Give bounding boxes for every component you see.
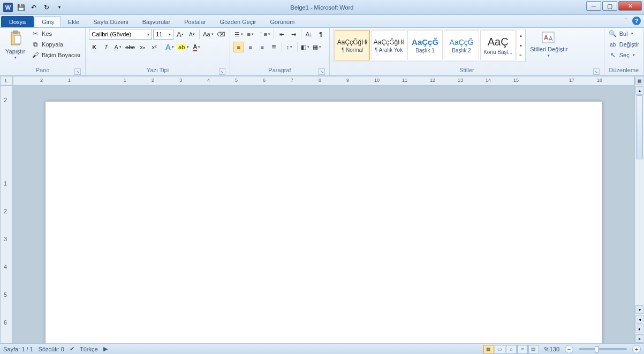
browse-object-button[interactable]: ● xyxy=(635,325,643,333)
replace-button[interactable]: abDeğiştir xyxy=(608,40,640,49)
indent-increase-button[interactable]: ⇥ xyxy=(288,29,299,40)
tab-insert[interactable]: Ekle xyxy=(61,16,86,27)
status-page[interactable]: Sayfa: 1 / 1 xyxy=(3,346,33,352)
change-case-button[interactable]: Aa xyxy=(202,29,214,40)
scissors-icon: ✂ xyxy=(31,29,40,38)
paste-button[interactable]: Yapıştır ▾ xyxy=(3,29,27,61)
view-draft[interactable]: ▤ xyxy=(528,345,539,353)
zoom-level[interactable]: %130 xyxy=(544,346,559,352)
maximize-button[interactable]: ▢ xyxy=(602,1,617,11)
numbering-button[interactable]: ≡ xyxy=(245,29,256,40)
scroll-up-button[interactable]: ▴ xyxy=(635,86,643,95)
clear-formatting-button[interactable]: ⌫ xyxy=(216,29,226,40)
tab-home[interactable]: Giriş xyxy=(35,16,61,27)
font-launcher[interactable]: ↘ xyxy=(219,68,225,75)
pilcrow-icon: ¶ xyxy=(319,31,322,37)
save-button[interactable]: 💾 xyxy=(15,2,27,13)
text-effects-button[interactable]: A xyxy=(164,42,175,52)
tab-references[interactable]: Başvurular xyxy=(135,16,178,27)
bullets-button[interactable]: ☰ xyxy=(233,29,244,40)
format-painter-button[interactable]: 🖌Biçim Boyacısı xyxy=(29,50,82,60)
style-item-0[interactable]: AaÇçĞğHł¶ Normal xyxy=(335,30,370,60)
horizontal-ruler[interactable]: 211234567891011121314151718 xyxy=(13,76,634,86)
align-right-button[interactable]: ≡ xyxy=(257,42,268,52)
status-macro-icon[interactable]: ▶ xyxy=(103,345,108,352)
align-center-button[interactable]: ≡ xyxy=(245,42,256,52)
font-size-combo[interactable]: 11▾ xyxy=(153,29,173,40)
italic-button[interactable]: T xyxy=(101,42,111,52)
maximize-icon: ▢ xyxy=(607,3,612,10)
prev-page-button[interactable]: ◂ xyxy=(635,315,643,324)
select-button[interactable]: ↖Seç▾ xyxy=(608,50,640,60)
style-item-2[interactable]: AaÇçĞBaşlık 1 xyxy=(407,30,443,60)
styles-launcher[interactable]: ↘ xyxy=(593,68,600,75)
font-color-button[interactable]: A xyxy=(191,42,202,52)
style-item-4[interactable]: AaÇKonu Başl... xyxy=(480,30,516,60)
scroll-track[interactable] xyxy=(635,95,644,305)
qat-customize[interactable]: ▾ xyxy=(54,2,65,13)
styles-scroll-up[interactable]: ▴ xyxy=(517,30,524,41)
help-button[interactable]: ? xyxy=(632,17,641,25)
borders-button[interactable]: ▦ xyxy=(312,42,322,52)
scroll-thumb[interactable] xyxy=(636,95,643,159)
zoom-in-button[interactable]: + xyxy=(632,345,641,353)
multilevel-button[interactable]: ⋮≡ xyxy=(257,29,271,40)
styles-scroll-down[interactable]: ▾ xyxy=(517,41,524,51)
status-proof-icon[interactable]: ✔ xyxy=(70,345,74,352)
tab-file[interactable]: Dosya xyxy=(1,16,34,27)
status-words[interactable]: Sözcük: 0 xyxy=(39,346,64,352)
indent-decrease-button[interactable]: ⇤ xyxy=(276,29,287,40)
redo-button[interactable]: ↻ xyxy=(41,2,52,13)
view-outline[interactable]: ≡ xyxy=(517,345,528,353)
zoom-thumb[interactable] xyxy=(595,346,599,352)
copy-button[interactable]: ⧉Kopyala xyxy=(29,40,82,49)
font-name-combo[interactable]: Calibri (Gövde)▾ xyxy=(89,29,152,40)
zoom-slider[interactable] xyxy=(579,348,627,350)
vertical-ruler[interactable]: 2123456 xyxy=(0,86,13,343)
strikethrough-button[interactable]: abc xyxy=(124,42,136,52)
ruler-toggle-button[interactable]: ▤ xyxy=(635,76,643,85)
undo-button[interactable]: ↶ xyxy=(28,2,40,13)
sort-button[interactable]: A↓ xyxy=(304,29,314,40)
change-styles-button[interactable]: AA Stilleri Değiştir ▾ xyxy=(528,29,570,59)
find-button[interactable]: 🔍Bul▾ xyxy=(608,29,640,39)
page[interactable] xyxy=(46,102,602,343)
paragraph-launcher[interactable]: ↘ xyxy=(319,68,325,75)
grow-font-button[interactable]: A▴ xyxy=(175,29,185,40)
superscript-button[interactable]: x² xyxy=(149,42,160,52)
highlight-button[interactable]: ab xyxy=(176,42,190,52)
document-area[interactable] xyxy=(13,86,634,343)
tab-mailings[interactable]: Postalar xyxy=(177,16,213,27)
style-item-1[interactable]: AaÇçĞğHł¶ Aralık Yok xyxy=(371,30,406,60)
window-controls: ─ ▢ ✕ xyxy=(586,1,642,11)
line-spacing-button[interactable]: ↕ xyxy=(284,42,295,52)
show-marks-button[interactable]: ¶ xyxy=(315,29,326,40)
tab-view[interactable]: Görünüm xyxy=(263,16,301,27)
tab-layout[interactable]: Sayfa Düzeni xyxy=(86,16,135,27)
shrink-font-button[interactable]: A▾ xyxy=(186,29,197,40)
status-language[interactable]: Türkçe xyxy=(80,346,98,352)
view-print-layout[interactable]: ▦ xyxy=(483,345,494,353)
cut-button[interactable]: ✂Kes xyxy=(29,29,82,39)
next-page-button[interactable]: ▸ xyxy=(635,334,643,343)
subscript-button[interactable]: x₂ xyxy=(137,42,148,52)
view-web[interactable]: ⌂ xyxy=(506,345,517,353)
tab-review[interactable]: Gözden Geçir xyxy=(213,16,263,27)
bold-button[interactable]: K xyxy=(89,42,100,52)
vertical-scrollbar: ▤ ▴ ▾ ◂ ● ▸ xyxy=(634,76,644,343)
underline-button[interactable]: A xyxy=(112,42,123,52)
ruler-corner[interactable]: L xyxy=(0,76,13,86)
zoom-out-button[interactable]: − xyxy=(565,345,573,353)
close-button[interactable]: ✕ xyxy=(618,1,642,11)
clipboard-launcher[interactable]: ↘ xyxy=(74,68,81,75)
justify-button[interactable]: ≣ xyxy=(269,42,279,52)
style-item-3[interactable]: AaÇçĞBaşlık 2 xyxy=(444,30,479,60)
shading-button[interactable]: ◧ xyxy=(300,42,310,52)
align-left-button[interactable]: ≡ xyxy=(233,42,244,52)
styles-more-button[interactable]: ≡ xyxy=(517,50,524,60)
app-icon[interactable]: W xyxy=(2,2,14,13)
view-full-read[interactable]: ▭ xyxy=(495,345,505,353)
scroll-down-button[interactable]: ▾ xyxy=(635,305,643,314)
minimize-button[interactable]: ─ xyxy=(586,1,601,11)
minimize-ribbon-icon[interactable]: ˇ xyxy=(625,18,627,24)
